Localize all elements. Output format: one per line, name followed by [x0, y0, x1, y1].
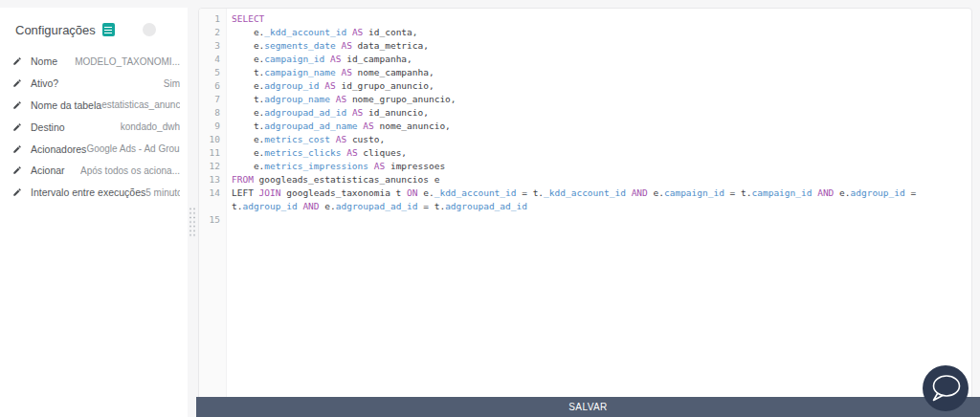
code-line: 6 e.adgroup_id AS id_grupo_anuncio,	[199, 79, 971, 93]
edit-pencil-icon	[12, 122, 22, 132]
field-label: Nome da tabela	[31, 99, 101, 111]
code-line: 7 t.adgroup_name AS nome_grupo_anuncio,	[199, 93, 971, 106]
code-line: 2 e._kdd_account_id AS id_conta,	[199, 26, 971, 39]
sidebar-fields: NomeMODELO_TAXONOMI...Ativo?SimNome da t…	[0, 51, 188, 204]
code-text: FROM googleads_estatisticas_anuncios e	[227, 173, 971, 187]
chat-button[interactable]	[923, 365, 969, 411]
code-line: 11 e.metrics_clicks AS cliques,	[199, 146, 971, 160]
code-text: e.segments_date AS data_metrica,	[227, 39, 971, 53]
field-label: Acionadores	[31, 143, 86, 155]
field-label: Destino	[31, 121, 65, 133]
sidebar-title: Configurações	[15, 23, 96, 37]
code-line: 9 t.adgroupad_ad_name AS nome_anuncio,	[199, 120, 971, 133]
edit-pencil-icon	[12, 165, 22, 175]
field-value: 5 minutos	[145, 187, 180, 198]
line-number: 8	[199, 106, 227, 120]
speech-bubble-icon	[924, 366, 968, 410]
code-text: e.metrics_clicks AS cliques,	[227, 146, 971, 160]
field-value: Após todos os aciona...	[80, 165, 180, 176]
line-number: 12	[199, 160, 227, 173]
field-row[interactable]: AcionadoresGoogle Ads - Ad Grou...	[0, 138, 188, 160]
sql-editor[interactable]: 1SELECT2 e._kdd_account_id AS id_conta,3…	[198, 8, 972, 417]
field-row[interactable]: Ativo?Sim	[0, 73, 188, 95]
code-line: 13FROM googleads_estatisticas_anuncios e	[199, 173, 971, 187]
line-number: 6	[199, 79, 227, 93]
code-line: 12 e.metrics_impressions AS impressoes	[199, 160, 971, 173]
field-row[interactable]: AcionarApós todos os aciona...	[0, 160, 188, 182]
field-row[interactable]: Intervalo entre execuções5 minutos	[0, 182, 188, 204]
line-number: 7	[199, 93, 227, 106]
code-line: 8 e.adgroupad_ad_id AS id_anuncio,	[199, 106, 971, 120]
panel-resize-handle[interactable]	[188, 207, 196, 238]
line-number: 15	[199, 213, 227, 227]
line-number: 14	[199, 187, 227, 200]
field-value: Google Ads - Ad Grou...	[86, 143, 180, 154]
field-label: Intervalo entre execuções	[31, 187, 145, 198]
field-value: MODELO_TAXONOMI...	[75, 56, 180, 67]
code-area[interactable]: 1SELECT2 e._kdd_account_id AS id_conta,3…	[199, 9, 971, 227]
code-text	[227, 213, 971, 227]
code-text: e.metrics_cost AS custo,	[227, 133, 971, 146]
field-row[interactable]: NomeMODELO_TAXONOMI...	[0, 51, 188, 73]
field-value: kondado_dwh	[121, 121, 180, 132]
edit-pencil-icon	[12, 56, 22, 66]
app-window: Configurações NomeMODELO_TAXONOMI...Ativ…	[0, 0, 980, 417]
edit-pencil-icon	[12, 144, 22, 154]
code-line: 4 e.campaign_id AS id_campanha,	[199, 53, 971, 66]
notebook-icon[interactable]	[102, 23, 115, 36]
code-text: e.adgroupad_ad_id AS id_anuncio,	[227, 106, 971, 120]
code-text: e.metrics_impressions AS impressoes	[227, 160, 971, 173]
code-text: t.campaign_name AS nome_campanha,	[227, 66, 971, 79]
line-number: 11	[199, 146, 227, 160]
code-line: 14LEFT JOIN googleads_taxonomia t ON e._…	[199, 187, 971, 213]
field-value: estatisticas_anuncios...	[101, 99, 180, 110]
code-line: 15	[199, 213, 971, 227]
edit-pencil-icon	[12, 78, 22, 88]
code-line: 5 t.campaign_name AS nome_campanha,	[199, 66, 971, 79]
code-line: 10 e.metrics_cost AS custo,	[199, 133, 971, 146]
code-text: e._kdd_account_id AS id_conta,	[227, 26, 971, 39]
line-number: 10	[199, 133, 227, 146]
code-line: 1SELECT	[199, 12, 971, 26]
code-text: SELECT	[227, 12, 971, 26]
line-number: 9	[199, 120, 227, 133]
status-indicator	[143, 23, 156, 36]
field-row[interactable]: Destinokondado_dwh	[0, 116, 188, 138]
field-label: Nome	[31, 55, 57, 67]
sidebar-header: Configurações	[0, 8, 188, 48]
code-text: t.adgroupad_ad_name AS nome_anuncio,	[227, 120, 971, 133]
edit-pencil-icon	[12, 187, 22, 197]
code-text: t.adgroup_name AS nome_grupo_anuncio,	[227, 93, 971, 106]
code-text: e.adgroup_id AS id_grupo_anuncio,	[227, 79, 971, 93]
line-number: 1	[199, 12, 227, 26]
save-button-label: SALVAR	[568, 402, 607, 412]
field-label: Ativo?	[31, 77, 58, 89]
line-number: 2	[199, 26, 227, 39]
code-text: LEFT JOIN googleads_taxonomia t ON e._kd…	[227, 187, 971, 213]
line-number: 13	[199, 173, 227, 187]
code-line: 3 e.segments_date AS data_metrica,	[199, 39, 971, 53]
settings-sidebar: Configurações NomeMODELO_TAXONOMI...Ativ…	[0, 8, 188, 417]
line-number: 4	[199, 53, 227, 66]
field-row[interactable]: Nome da tabelaestatisticas_anuncios...	[0, 95, 188, 117]
edit-pencil-icon	[12, 100, 22, 110]
field-value: Sim	[164, 78, 180, 89]
line-number: 5	[199, 66, 227, 79]
field-label: Acionar	[31, 165, 65, 176]
save-button[interactable]: SALVAR	[196, 397, 980, 417]
line-number: 3	[199, 39, 227, 53]
code-text: e.campaign_id AS id_campanha,	[227, 53, 971, 66]
